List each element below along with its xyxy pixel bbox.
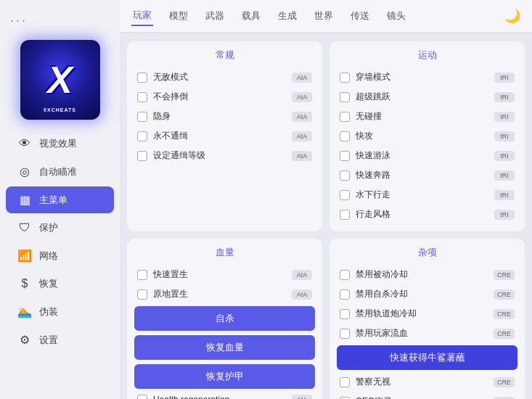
sidebar-item-label: 伪装 xyxy=(39,305,58,318)
panel-blood-title: 血量 xyxy=(134,246,315,259)
feature-row: 禁用玩家流血 CRE xyxy=(337,324,517,343)
checkbox-fastattack[interactable] xyxy=(340,131,350,141)
swim-icon: 🏊 xyxy=(17,305,32,318)
sidebar: ··· X 0XCHEATS 👁 视觉效果 ◎ 自动瞄准 ▦ 主菜单 🛡 保护 … xyxy=(0,0,120,399)
checkbox-invisible[interactable] xyxy=(137,112,147,122)
sidebar-item-recovery[interactable]: $ 恢复 xyxy=(6,271,114,297)
feature-row: 快速游泳 tRI xyxy=(337,146,517,165)
content-area: 常规 无敌模式 AtA 不会摔倒 AtA 隐身 AtA 永不通缉 AtA xyxy=(120,33,532,399)
feature-row: 禁用轨道炮冷却 CRE xyxy=(337,304,517,324)
panel-misc: 杂项 禁用被动冷却 CRE 禁用自杀冷却 CRE 禁用轨道炮冷却 CRE 禁用玩… xyxy=(330,239,525,399)
logo-box: X 0XCHEATS xyxy=(20,40,100,120)
key-badge: tRI xyxy=(494,131,515,141)
top-nav: 玩家 模型 武器 载具 生成 世界 传送 镜头 🌙 xyxy=(120,0,532,33)
key-badge: AtA xyxy=(292,92,312,102)
suicide-button[interactable]: 自杀 xyxy=(134,306,315,331)
feature-row: 水下行走 tRI xyxy=(337,185,517,205)
feature-row: 隐身 AtA xyxy=(134,107,315,126)
feature-label: 不会摔倒 xyxy=(153,91,286,103)
checkbox-disablebleed[interactable] xyxy=(340,329,350,339)
checkbox-ceoghost[interactable] xyxy=(340,397,350,400)
moon-icon[interactable]: 🌙 xyxy=(504,8,520,24)
sidebar-item-label: 保护 xyxy=(39,221,58,234)
key-badge: tRI xyxy=(494,92,515,102)
checkbox-walkstyle[interactable] xyxy=(340,210,350,220)
checkbox-fastrun[interactable] xyxy=(340,170,350,181)
feature-label: 快速置生 xyxy=(153,268,286,281)
tab-player[interactable]: 玩家 xyxy=(131,6,153,26)
key-badge: tRI xyxy=(494,190,515,200)
checkbox-disableorbital[interactable] xyxy=(340,309,350,319)
feature-row: 快攻 tRI xyxy=(337,126,517,146)
feature-row: 不会摔倒 AtA xyxy=(134,87,315,107)
feature-row: 原地置生 AtA xyxy=(134,284,315,304)
dollar-icon: $ xyxy=(17,277,32,290)
feature-row: 快速置生 AtA xyxy=(134,265,315,284)
logo-area: X 0XCHEATS xyxy=(0,33,120,130)
restore-health-button[interactable]: 恢复血量 xyxy=(134,335,315,360)
panel-blood: 血量 快速置生 AtA 原地置生 AtA 自杀 恢复血量 恢复护甲 Health… xyxy=(127,239,322,399)
feature-row: 超级跳跃 tRI xyxy=(337,87,517,107)
tab-weapon[interactable]: 武器 xyxy=(204,7,226,25)
sidebar-dots: ··· xyxy=(0,6,120,33)
sidebar-item-protect[interactable]: 🛡 保护 xyxy=(6,215,114,241)
feature-label: 禁用被动冷却 xyxy=(356,268,488,281)
restore-armor-button[interactable]: 恢复护甲 xyxy=(134,364,315,389)
key-badge: AtA xyxy=(292,289,312,300)
panel-movement: 运动 穿墙模式 tRI 超级跳跃 tRI 无碰撞 tRI 快攻 tRI xyxy=(330,41,525,231)
tab-equipment[interactable]: 载具 xyxy=(240,7,262,25)
feature-label: 快攻 xyxy=(356,130,488,142)
feature-label: 永不通缉 xyxy=(153,130,286,142)
sidebar-item-settings[interactable]: ⚙ 设置 xyxy=(6,326,114,353)
feature-label: 禁用自杀冷却 xyxy=(356,288,488,300)
checkbox-superjump[interactable] xyxy=(340,92,350,102)
sidebar-item-disguise[interactable]: 🏊 伪装 xyxy=(6,298,114,325)
checkbox-fastrespawn[interactable] xyxy=(137,270,147,280)
sidebar-item-network[interactable]: 📶 网络 xyxy=(6,242,114,269)
key-badge: CRE xyxy=(494,329,515,339)
feature-label: 警察无视 xyxy=(356,376,488,388)
checkbox-fastswim[interactable] xyxy=(340,151,350,161)
checkbox-disablepassive[interactable] xyxy=(340,270,350,280)
checkbox-disablesuicide[interactable] xyxy=(340,289,350,300)
key-badge: AtA xyxy=(292,112,312,122)
checkbox-godmode[interactable] xyxy=(137,73,147,83)
panel-movement-title: 运动 xyxy=(337,49,517,62)
feature-label: CEO幽灵 xyxy=(356,395,488,399)
checkbox-nowanted[interactable] xyxy=(137,131,147,141)
feature-row: 禁用自杀冷却 CRE xyxy=(337,284,517,304)
tab-world[interactable]: 世界 xyxy=(313,7,335,25)
tab-model[interactable]: 模型 xyxy=(168,7,189,25)
checkbox-setwanted[interactable] xyxy=(137,151,147,161)
key-badge: CRE xyxy=(494,377,515,387)
key-badge: AtA xyxy=(292,73,312,83)
feature-label: 行走风格 xyxy=(356,208,488,221)
sidebar-item-visual[interactable]: 👁 视觉效果 xyxy=(6,131,114,157)
checkbox-localrespawn[interactable] xyxy=(137,289,147,300)
sidebar-item-label: 恢复 xyxy=(39,277,58,290)
fast-shark-button[interactable]: 快速获得牛鲨薯蘸 xyxy=(337,345,517,370)
checkbox-underwater[interactable] xyxy=(340,190,350,200)
shield-icon: 🛡 xyxy=(17,221,32,234)
checkbox-nopolice[interactable] xyxy=(340,377,350,387)
checkbox-noclip[interactable] xyxy=(340,73,350,83)
aim-icon: ◎ xyxy=(17,165,32,178)
checkbox-nocollide[interactable] xyxy=(340,112,350,122)
tab-lens[interactable]: 镜头 xyxy=(385,7,407,25)
feature-row: CEO幽灵 CRE xyxy=(337,392,517,399)
key-badge: CRE xyxy=(494,289,515,300)
tab-generate[interactable]: 生成 xyxy=(277,7,298,25)
sidebar-item-main-menu[interactable]: ▦ 主菜单 xyxy=(6,186,114,213)
feature-label: 超级跳跃 xyxy=(356,91,488,103)
feature-row: 永不通缉 AtA xyxy=(134,126,315,146)
key-badge: AtA xyxy=(292,395,312,399)
logo-x: X xyxy=(47,61,73,99)
feature-label: 设定通缉等级 xyxy=(153,149,286,162)
checkbox-healthregen[interactable] xyxy=(137,395,147,399)
tab-relay[interactable]: 传送 xyxy=(349,7,371,25)
key-badge: tRI xyxy=(494,73,515,83)
feature-label: 隐身 xyxy=(153,110,286,123)
checkbox-nofall[interactable] xyxy=(137,92,147,102)
sidebar-item-auto-aim[interactable]: ◎ 自动瞄准 xyxy=(6,158,114,185)
key-badge: tRI xyxy=(494,170,515,181)
